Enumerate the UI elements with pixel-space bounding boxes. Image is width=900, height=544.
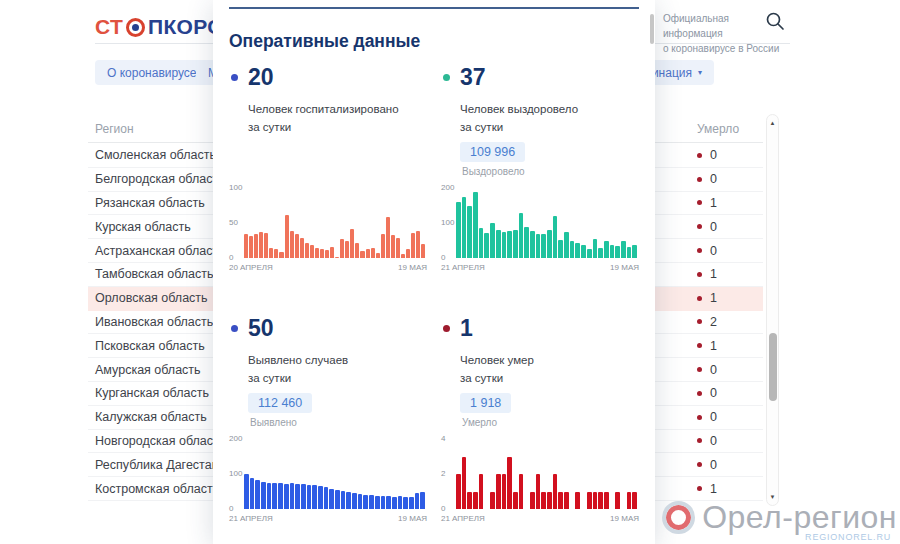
modal-scrollbar-thumb[interactable]: [650, 14, 654, 44]
stat-value: 50: [248, 315, 274, 342]
chart-bar: [513, 230, 518, 258]
died-value: 1: [710, 482, 717, 496]
chart-bar: [324, 487, 329, 509]
chart-bar: [615, 492, 620, 510]
chart-bar: [312, 485, 317, 509]
stat-value: 1: [460, 315, 473, 342]
chart-bar: [530, 492, 535, 510]
chart-bar: [320, 249, 324, 258]
chart-bar: [335, 257, 339, 258]
chart-bar: [615, 246, 620, 258]
died-dot-icon: [697, 200, 702, 205]
chart-bar: [519, 213, 524, 258]
y-tick-label: 0: [229, 505, 233, 513]
chart-bar: [541, 234, 546, 258]
died-value: 0: [710, 148, 717, 162]
y-tick-label: 100: [229, 184, 242, 192]
recovered-chart: 2001000 21 АПРЕЛЯ19 МАЯ: [441, 188, 639, 272]
chart-bar: [269, 248, 273, 259]
chart-bar: [290, 483, 295, 509]
died-dot-icon: [697, 224, 702, 229]
chart-bar: [490, 492, 495, 510]
chart-bar: [249, 236, 253, 258]
stat-dot-icon: [231, 325, 238, 332]
chart-bar: [264, 233, 268, 258]
chart-bar: [318, 486, 323, 509]
chart-bar: [340, 239, 344, 258]
region-name: Белгородская область: [95, 172, 225, 186]
chart-bar: [479, 474, 484, 509]
chart-bar: [570, 241, 575, 258]
died-cell: 1: [697, 482, 763, 496]
x-axis-start-label: 21 АПРЕЛЯ: [441, 263, 485, 272]
stat-dot-icon: [443, 325, 450, 332]
chart-bar: [604, 492, 609, 510]
stat-dot-icon: [443, 74, 450, 81]
total-caption: Умерло: [460, 417, 639, 428]
scrollbar-thumb[interactable]: [769, 333, 777, 401]
chart-bar: [462, 197, 467, 258]
stopcoronavirus-logo[interactable]: СТ ПКОРОНАВИ: [95, 12, 213, 42]
died-dot-icon: [697, 272, 702, 277]
chart-bar: [415, 493, 420, 509]
total-badge: 1 918: [460, 393, 511, 413]
chart-bar: [335, 490, 340, 509]
chart-bar: [391, 235, 395, 258]
x-axis-start-label: 20 АПРЕЛЯ: [229, 263, 273, 272]
x-axis-start-label: 21 АПРЕЛЯ: [441, 514, 485, 523]
died-dot-icon: [697, 153, 702, 158]
y-tick-label: 200: [229, 435, 242, 443]
chart-bar: [496, 230, 501, 258]
chart-bar: [244, 474, 249, 509]
chart-bar: [524, 227, 529, 259]
chart-bar: [558, 240, 563, 258]
y-tick-label: 100: [441, 219, 454, 227]
region-name: Смоленская область: [95, 148, 216, 162]
chart-bar: [479, 228, 484, 258]
chart-bar: [310, 245, 314, 258]
died-cell: 0: [697, 410, 763, 424]
chart-bar: [254, 234, 258, 258]
chart-bar: [621, 241, 626, 258]
chart-bar: [301, 484, 306, 509]
region-name: Амурская область: [95, 363, 201, 377]
chart-bar: [284, 484, 289, 509]
died-value: 0: [710, 458, 717, 472]
died-cell: 0: [697, 244, 763, 258]
chart-bar: [295, 484, 300, 509]
chart-bar: [507, 231, 512, 258]
region-name: Костромская область: [95, 482, 219, 496]
search-icon[interactable]: [764, 10, 786, 32]
scroll-up-icon[interactable]: ▲: [767, 120, 778, 126]
chart-bar: [507, 457, 512, 510]
chart-bar: [536, 474, 541, 509]
chart-bar: [272, 483, 277, 509]
chart-bar: [325, 250, 329, 258]
died-dot-icon: [697, 343, 702, 348]
chart-bar: [513, 492, 518, 510]
died-value: 1: [710, 267, 717, 281]
chart-bar: [267, 483, 272, 509]
chart-bar: [575, 492, 580, 510]
died-cell: 0: [697, 220, 763, 234]
virus-icon: [126, 18, 145, 37]
chart-bar: [536, 234, 541, 259]
chart-bar: [350, 229, 354, 258]
chart-bar: [456, 202, 461, 258]
hospitalized-chart: 100500 20 АПРЕЛЯ19 МАЯ: [229, 188, 427, 272]
region-name: Калужская область: [95, 410, 207, 424]
chart-bar: [502, 474, 507, 509]
chart-bar: [295, 234, 299, 259]
table-scrollbar[interactable]: ▲ ▼: [766, 114, 779, 506]
died-value: 0: [710, 220, 717, 234]
y-tick-label: 0: [441, 254, 445, 262]
chart-bar: [386, 496, 391, 509]
chart-bar: [627, 247, 632, 258]
chart-bar: [420, 492, 425, 510]
chart-bar: [305, 243, 309, 258]
chart-bar: [346, 492, 351, 509]
chart-bar: [341, 491, 346, 509]
chart-bar: [541, 492, 546, 510]
chart-bar: [352, 493, 357, 509]
died-cell: 0: [697, 434, 763, 448]
